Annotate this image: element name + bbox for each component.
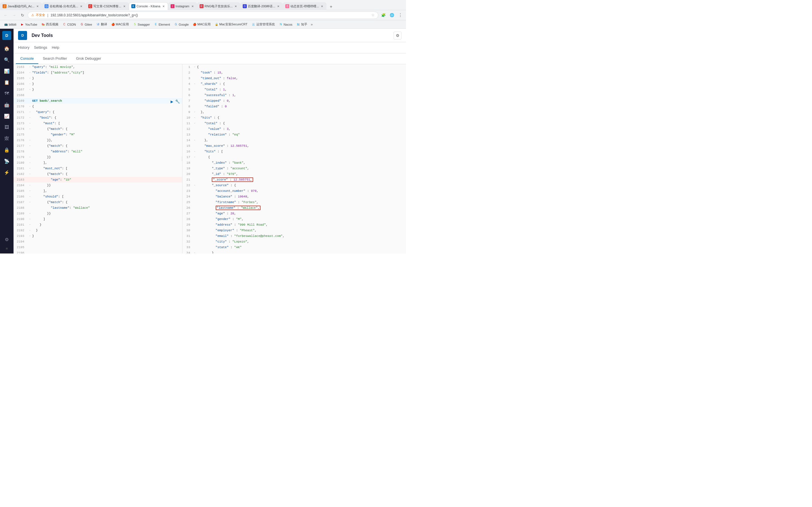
nav-canvas[interactable]: 🖼 — [2, 122, 12, 132]
nav-security[interactable]: 🔒 — [2, 145, 12, 155]
panel-divider[interactable]: ⋮ — [180, 156, 183, 162]
gutter-2193[interactable]: - — [28, 233, 32, 239]
resp-gutter-34[interactable]: - — [193, 250, 197, 253]
bookmark-youtube[interactable]: ▶ YouTube — [18, 22, 39, 27]
more-button[interactable]: ⋮ — [397, 12, 404, 18]
back-button[interactable]: ← — [2, 12, 9, 18]
gutter-2165[interactable]: - — [28, 75, 32, 81]
tab-console[interactable]: Console — [16, 54, 38, 64]
tab-search-profiler[interactable]: Search Profiler — [38, 54, 71, 64]
reload-button[interactable]: ↻ — [19, 12, 26, 18]
run-button[interactable]: ▶ — [170, 99, 173, 106]
nav-settings[interactable]: ⚙ — [2, 234, 12, 244]
tab-close-rng[interactable]: ✕ — [234, 4, 238, 8]
nav-discover[interactable]: 🔍 — [2, 55, 12, 65]
subnav-history[interactable]: History — [18, 42, 29, 53]
tab-guli[interactable]: G 谷粒商城-分布式高... ✕ — [42, 2, 86, 10]
gutter-2163[interactable]: - — [28, 64, 32, 70]
resp-gutter-9[interactable]: - — [193, 109, 197, 115]
nav-apm[interactable]: ⚡ — [2, 167, 12, 177]
tab-kibana[interactable]: K Console - Kibana ✕ — [129, 2, 168, 10]
gutter-2174[interactable]: - — [28, 126, 32, 132]
tab-close-guli[interactable]: ✕ — [79, 4, 83, 8]
bookmark-swagger[interactable]: S Swagger — [131, 22, 151, 27]
gutter-2177[interactable]: - — [28, 143, 32, 149]
bookmark-mac-app[interactable]: 🍎 MAC应用 — [109, 22, 131, 27]
resp-gutter-17[interactable]: - — [193, 154, 197, 160]
gutter-2184[interactable]: - — [28, 182, 32, 188]
tab-baidu[interactable]: 百 百度翻译-200种语... ✕ — [240, 2, 283, 10]
bookmark-gitee[interactable]: G Gitee — [78, 22, 94, 27]
gutter-2187[interactable]: - — [28, 200, 32, 205]
resp-gutter-22[interactable]: - — [193, 182, 197, 188]
address-input[interactable]: ⚠ 不安全 | 192.168.0.102:5601/app/kibana#/d… — [28, 11, 378, 19]
nav-ml[interactable]: 🤖 — [2, 100, 12, 110]
star-icon[interactable]: ☆ — [371, 13, 375, 17]
bookmark-nacos[interactable]: N Nacos — [277, 22, 294, 27]
gutter-2171[interactable]: - — [28, 109, 32, 115]
bookmarks-more[interactable]: » — [311, 22, 313, 26]
gutter-2181[interactable]: - — [28, 166, 32, 171]
bookmark-element[interactable]: E Element — [152, 22, 171, 27]
bookmark-fanyi[interactable]: 译 翻译 — [94, 22, 109, 27]
forward-button[interactable]: → — [11, 12, 17, 18]
gutter-2172[interactable]: - — [28, 115, 32, 121]
response-content[interactable]: 1 - { 2 "took" : 15, 3 "timed_ou — [183, 64, 406, 253]
gutter-2173[interactable]: - — [28, 121, 32, 126]
tab-csdn[interactable]: C 写文章-CSDN博客... ✕ — [86, 2, 129, 10]
wrench-icon[interactable]: 🔧 — [175, 99, 180, 106]
resp-gutter-10[interactable]: - — [193, 115, 197, 121]
bookmark-csdn[interactable]: C CSDN — [61, 22, 78, 27]
nav-monitoring[interactable]: 📡 — [2, 156, 12, 166]
tab-dynamic[interactable]: B 动态首页-哔哩哔哩... ✕ — [283, 2, 326, 10]
bookmark-bilibili[interactable]: 📺 bilibili — [2, 22, 18, 27]
bookmark-mac-app2[interactable]: 🍎 MAC应用 — [191, 22, 212, 27]
nav-home[interactable]: 🏠 — [2, 43, 12, 54]
nav-maps[interactable]: 🗺 — [2, 89, 12, 99]
query-content[interactable]: 2163 - "query": "mill movlcp", 2164 - "f… — [13, 64, 182, 253]
gutter-2192[interactable]: - — [28, 228, 32, 233]
gutter-2166[interactable]: - — [28, 81, 32, 87]
tab-java[interactable]: J Java基础代码_Ac... ✕ — [0, 2, 42, 10]
tab-close-dynamic[interactable]: ✕ — [320, 4, 324, 8]
bookmark-yunying[interactable]: 云 运营管理系统 — [250, 22, 276, 27]
tab-close-instagram[interactable]: ✕ — [191, 4, 195, 8]
tab-close-kibana[interactable]: ✕ — [161, 4, 165, 8]
gutter-2180[interactable]: - — [28, 160, 32, 166]
gutter-2186[interactable]: - — [28, 194, 32, 200]
gutter-2189[interactable]: - — [28, 211, 32, 216]
resp-gutter-1[interactable]: - — [193, 64, 197, 70]
nav-visualize[interactable]: 📊 — [2, 66, 12, 76]
gutter-2164[interactable]: - — [28, 70, 32, 75]
subnav-help[interactable]: Help — [52, 42, 59, 53]
bookmark-zhihu[interactable]: 知 知乎 — [295, 22, 309, 27]
tab-grok-debugger[interactable]: Grok Debugger — [71, 54, 106, 64]
new-tab-button[interactable]: + — [327, 3, 335, 10]
bookmark-google[interactable]: G Google — [172, 22, 190, 27]
gutter-2182[interactable]: - — [28, 171, 32, 177]
extensions-button[interactable]: 🧩 — [380, 12, 387, 18]
nav-collapse[interactable]: ≡ — [6, 245, 8, 251]
gutter-2167[interactable]: - — [28, 87, 32, 93]
subnav-settings[interactable]: Settings — [34, 42, 47, 53]
gutter-2176[interactable]: - — [28, 137, 32, 143]
gutter-2185[interactable]: - — [28, 188, 32, 194]
bookmark-securecrt[interactable]: 🔒 Mac安装SecureCRT — [213, 22, 249, 27]
nav-timelion[interactable]: 📈 — [2, 111, 12, 121]
tab-instagram[interactable]: I Instagram ✕ — [168, 2, 197, 10]
bookmark-xigua[interactable]: 🍉 西瓜视频 — [40, 22, 60, 27]
nav-graph[interactable]: 🕸 — [2, 133, 12, 144]
resp-gutter-11[interactable]: - — [193, 121, 197, 126]
gutter-2191[interactable]: - — [28, 222, 32, 228]
resp-gutter-14[interactable]: - — [193, 137, 197, 143]
devtools-settings-button[interactable]: ⚙ — [394, 32, 402, 40]
tab-close-baidu[interactable]: ✕ — [276, 4, 280, 8]
gutter-2179[interactable]: - — [28, 154, 32, 160]
tab-rng[interactable]: R RNG电子竞技俱乐... ✕ — [197, 2, 241, 10]
gutter-2190[interactable]: - — [28, 216, 32, 222]
tab-close-java[interactable]: ✕ — [36, 4, 40, 8]
nav-dashboard[interactable]: 📋 — [2, 77, 12, 87]
resp-gutter-4[interactable]: - — [193, 81, 197, 87]
gutter-2170[interactable]: - — [28, 104, 32, 109]
resp-gutter-16[interactable]: - — [193, 149, 197, 154]
